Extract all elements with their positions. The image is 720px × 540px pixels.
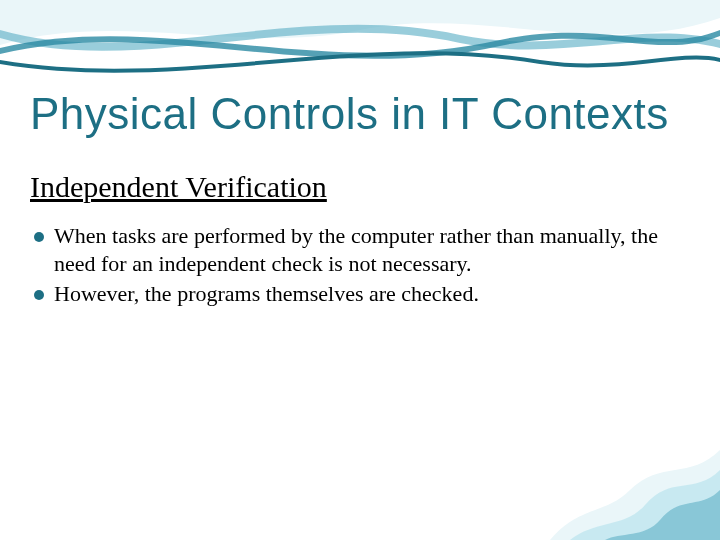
bullet-text: However, the programs themselves are che… (54, 280, 680, 308)
header-wave-decoration (0, 0, 720, 90)
list-item: When tasks are performed by the computer… (30, 222, 680, 278)
corner-wave-decoration (550, 420, 720, 540)
bullet-text: When tasks are performed by the computer… (54, 222, 680, 278)
bullet-icon (34, 290, 44, 300)
bullet-icon (34, 232, 44, 242)
bullet-list: When tasks are performed by the computer… (30, 222, 680, 310)
list-item: However, the programs themselves are che… (30, 280, 680, 308)
slide: Physical Controls in IT Contexts Indepen… (0, 0, 720, 540)
slide-subtitle: Independent Verification (30, 170, 690, 204)
slide-title: Physical Controls in IT Contexts (30, 90, 690, 138)
